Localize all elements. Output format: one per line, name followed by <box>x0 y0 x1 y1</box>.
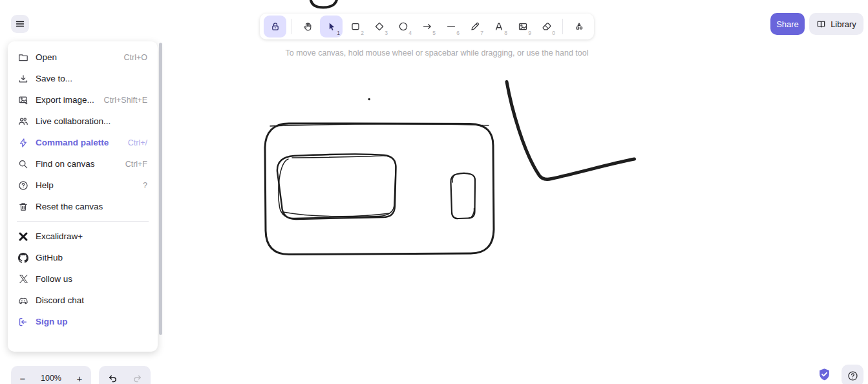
menu-item-find-on-canvas[interactable]: Find on canvasCtrl+F <box>12 153 154 175</box>
menu-item-reset-the-canvas[interactable]: Reset the canvas <box>12 196 154 217</box>
redo-button[interactable] <box>125 366 151 384</box>
menu-item-shortcut: Ctrl+O <box>124 53 147 62</box>
signup-icon <box>18 317 28 327</box>
menu-scrollbar[interactable] <box>159 43 162 335</box>
zoom-in-button[interactable]: + <box>68 366 91 384</box>
hamburger-icon <box>15 19 25 29</box>
menu-item-follow-us[interactable]: Follow us <box>12 268 154 290</box>
toolbar-divider <box>291 19 291 34</box>
drawn-shape-medium-rect-overdraw[interactable] <box>283 212 389 217</box>
menu-item-shortcut: Ctrl+Shift+E <box>104 96 147 105</box>
image-icon <box>518 21 528 32</box>
menu-item-excalidraw[interactable]: Excalidraw+ <box>12 226 154 247</box>
hand-tool-button[interactable] <box>296 16 319 37</box>
drawn-shape-small-rect[interactable] <box>450 173 475 219</box>
menu-item-export-image[interactable]: Export image...Ctrl+Shift+E <box>12 89 154 111</box>
menu-item-discord-chat[interactable]: Discord chat <box>12 290 154 311</box>
ellipse-tool-button[interactable]: 4 <box>392 16 414 37</box>
menu-item-sign-up[interactable]: Sign up <box>12 311 154 332</box>
menu-item-label: Save to... <box>36 74 147 83</box>
menu-item-label: Command palette <box>36 138 128 147</box>
zoom-controls: − 100% + <box>11 366 91 384</box>
zoom-level-value[interactable]: 100% <box>34 374 68 383</box>
menu-item-label: Excalidraw+ <box>36 231 147 241</box>
x-logo-icon <box>18 274 28 284</box>
tool-shortcut-number: 0 <box>552 30 555 36</box>
shapes-tool-button[interactable] <box>567 16 590 37</box>
library-button[interactable]: Library <box>809 13 863 35</box>
selection-tool-button[interactable]: 1 <box>320 16 343 37</box>
shapes-icon <box>574 21 584 32</box>
history-controls <box>99 366 151 384</box>
tool-shortcut-number: 5 <box>432 30 436 36</box>
help-button[interactable] <box>842 365 863 384</box>
menu-item-shortcut: Ctrl+/ <box>128 138 147 147</box>
drawn-shape-medium-rect-pass1[interactable] <box>277 154 396 219</box>
lock-icon <box>270 21 281 32</box>
zoom-out-button[interactable]: − <box>11 366 34 384</box>
eraser-tool-button[interactable]: 0 <box>535 16 558 37</box>
hand-icon <box>302 21 313 32</box>
menu-item-label: Find on canvas <box>36 159 125 169</box>
download-icon <box>18 74 28 84</box>
menu-item-help[interactable]: Help? <box>12 175 154 196</box>
drawn-shape-dot[interactable] <box>368 98 370 100</box>
tool-shortcut-number: 3 <box>385 30 388 36</box>
menu-item-label: Export image... <box>36 95 104 105</box>
trash-icon <box>18 202 28 212</box>
users-icon <box>18 116 28 127</box>
menu-item-github[interactable]: GitHub <box>12 247 154 268</box>
arrow-tool-button[interactable]: 5 <box>416 16 438 37</box>
drawn-shape-medium-rect-pass2[interactable] <box>279 156 396 219</box>
drawn-shape-large-rounded-rect[interactable] <box>265 123 494 255</box>
drawn-shape-freehand-swoosh[interactable] <box>507 82 635 180</box>
menu-item-label: Reset the canvas <box>36 202 147 211</box>
tool-shortcut-number: 4 <box>408 30 412 36</box>
github-icon <box>18 253 28 263</box>
tool-shortcut-number: 9 <box>528 30 531 36</box>
text-tool-button[interactable]: 8 <box>487 16 510 37</box>
menu-item-label: Follow us <box>36 274 147 284</box>
library-button-label: Library <box>831 19 856 29</box>
search-icon <box>18 159 28 169</box>
arrow-icon <box>422 21 432 32</box>
diamond-icon <box>374 21 385 32</box>
line-icon <box>446 21 456 32</box>
undo-button[interactable] <box>99 366 125 384</box>
menu-item-label: GitHub <box>36 253 147 262</box>
help-icon <box>18 180 28 191</box>
menu-item-save-to[interactable]: Save to... <box>12 68 154 89</box>
share-button[interactable]: Share <box>770 13 805 35</box>
menu-item-label: Help <box>36 180 143 190</box>
share-button-label: Share <box>776 19 799 29</box>
toolbar-divider <box>562 19 563 34</box>
menu-item-open[interactable]: OpenCtrl+O <box>12 47 154 68</box>
diamond-tool-button[interactable]: 3 <box>368 16 390 37</box>
rectangle-tool-button[interactable]: 2 <box>344 16 366 37</box>
menu-item-command-palette[interactable]: Command paletteCtrl+/ <box>12 132 154 153</box>
help-icon <box>847 370 858 381</box>
line-tool-button[interactable]: 6 <box>439 16 462 37</box>
eraser-icon <box>542 21 552 32</box>
canvas-hint-text: To move canvas, hold mouse wheel or spac… <box>260 48 614 58</box>
hamburger-menu-button[interactable] <box>11 15 29 33</box>
menu-item-label: Live collaboration... <box>36 116 147 126</box>
tool-toolbar: 1234567890 <box>260 14 594 39</box>
tool-shortcut-number: 1 <box>337 30 340 36</box>
image-tool-button[interactable]: 9 <box>511 16 534 37</box>
folder-icon <box>18 52 28 63</box>
menu-item-live-collaboration[interactable]: Live collaboration... <box>12 111 154 132</box>
drawn-shape-partial-ellipse-top[interactable] <box>311 0 337 8</box>
draw-icon <box>470 21 480 32</box>
draw-tool-button[interactable]: 7 <box>463 16 486 37</box>
rectangle-icon <box>350 21 361 32</box>
menu-item-shortcut: Ctrl+F <box>125 160 147 169</box>
excalidraw-plus-icon <box>18 231 28 242</box>
menu-item-label: Discord chat <box>36 295 147 305</box>
lock-tool-button[interactable] <box>264 16 286 37</box>
menu-divider <box>17 221 149 222</box>
encryption-shield-icon[interactable] <box>818 368 831 382</box>
discord-icon <box>18 295 28 306</box>
ellipse-icon <box>398 21 408 32</box>
selection-icon <box>326 21 337 32</box>
